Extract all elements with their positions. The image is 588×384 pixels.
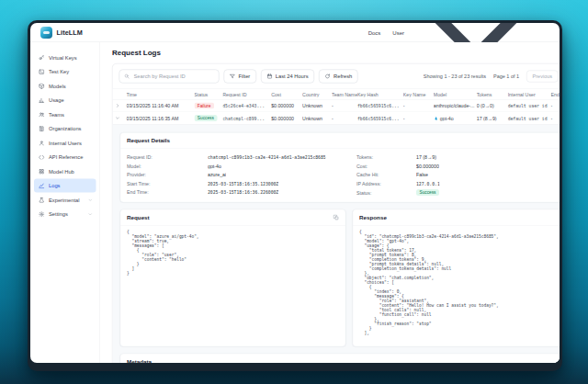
litellm-app: LiteLLM Docs User Virtual Keys <box>30 23 560 363</box>
logs-card: Filter Last 24 Hours Refresh <box>112 63 560 363</box>
teal-backdrop: LiteLLM Docs User Virtual Keys <box>0 0 588 384</box>
time-range-button[interactable]: Last 24 Hours <box>261 70 314 84</box>
sidebar-item-test-key[interactable]: Test Key <box>34 65 96 79</box>
cell-key-name: - <box>403 116 434 121</box>
pagination: Showing 1 - 23 of 23 results Page 1 of 1… <box>424 71 559 83</box>
brand-name: LiteLLM <box>57 28 83 36</box>
users-icon <box>39 111 45 118</box>
copy-icon[interactable] <box>334 214 340 220</box>
sidebar-item-label: Experimental <box>49 198 80 203</box>
cube-icon <box>39 83 45 89</box>
field-label: Status: <box>356 190 416 196</box>
building-icon <box>39 126 45 132</box>
docs-link[interactable]: Docs <box>368 29 381 36</box>
table-row[interactable]: 03/15/2025 11:16:35 AM Success chatcmpl-… <box>113 112 560 125</box>
sidebar-item-teams[interactable]: Teams <box>34 107 96 121</box>
cell-time: 03/15/2025 11:16:40 AM <box>126 103 194 108</box>
cell-key-name: - <box>403 103 434 108</box>
status-badge: Success <box>416 189 439 196</box>
cell-key-hash: fb66c565915c6... <box>357 103 403 108</box>
sidebar-item-label: Models <box>49 84 66 89</box>
sidebar-item-label: Settings <box>49 211 68 217</box>
sidebar-item-logs[interactable]: Logs <box>34 179 96 193</box>
col-key-hash: Key Hash <box>357 92 403 97</box>
sidebar-item-label: Logs <box>49 183 60 188</box>
cell-end-user: - <box>551 103 560 108</box>
chevron-down-icon <box>88 212 93 217</box>
cell-request-id: d5c26ce4-e343... <box>222 103 271 108</box>
field-label: Tokens: <box>356 154 416 160</box>
chevron-right-icon[interactable] <box>115 104 119 108</box>
status-badge: Success <box>194 115 217 121</box>
page-title: Request Logs <box>112 49 560 57</box>
key-icon <box>39 54 45 61</box>
time-range-label: Last 24 Hours <box>276 73 309 79</box>
search-box <box>119 70 220 84</box>
cell-internal-user: default_user_id <box>508 103 551 108</box>
sidebar-item-organizations[interactable]: Organizations <box>34 122 96 136</box>
field-label: End Time: <box>127 189 208 195</box>
refresh-button[interactable]: Refresh <box>319 70 358 84</box>
top-navbar: LiteLLM Docs User <box>30 23 560 42</box>
status-badge: Failure <box>194 102 214 108</box>
table-header: Time Status Request ID Cost Country Team… <box>113 89 560 100</box>
col-time: Time <box>126 92 194 97</box>
sidebar-item-settings[interactable]: Settings <box>34 208 96 221</box>
sidebar: Virtual Keys Test Key Models Usage <box>30 42 100 363</box>
chevron-down-icon <box>88 198 93 202</box>
filter-button-label: Filter <box>239 73 251 79</box>
sidebar-item-label: Model Hub <box>49 169 74 175</box>
cell-team-name: - <box>332 103 357 108</box>
col-cost: Cost <box>271 92 302 97</box>
sidebar-item-label: Organizations <box>49 126 81 131</box>
filter-button[interactable]: Filter <box>224 70 256 84</box>
sidebar-item-label: Virtual Keys <box>49 55 77 61</box>
user-menu-label: User <box>392 29 404 36</box>
page-indicator: Page 1 of 1 <box>493 73 519 79</box>
cell-team-name: - <box>332 116 357 121</box>
sidebar-item-internal-users[interactable]: Internal Users <box>34 136 96 150</box>
gear-icon <box>39 211 45 218</box>
search-input[interactable] <box>133 73 215 80</box>
cell-cost: $0.000000 <box>271 103 302 108</box>
sidebar-item-experimental[interactable]: Experimental <box>34 193 96 207</box>
sidebar-item-label: API Reference <box>49 154 83 160</box>
col-internal-user: Internal User <box>508 92 551 97</box>
azure-provider-icon <box>434 116 438 120</box>
response-panel-title: Response <box>359 214 387 220</box>
terminal-icon <box>39 69 45 75</box>
app-window: LiteLLM Docs User Virtual Keys <box>28 20 562 371</box>
end-time-value: 2025-03-15T18:16:36.226000Z <box>208 189 278 195</box>
response-panel: Response { "id": "chatcmpl-c899c1b3-ca2e… <box>353 209 560 347</box>
search-icon <box>124 73 130 79</box>
request-details-title: Request Details <box>127 138 170 144</box>
field-label: Model: <box>127 164 208 169</box>
cell-request-id: chatcmpl-c899... <box>222 116 271 121</box>
user-icon <box>39 140 45 146</box>
col-team-name: Team Name <box>332 92 357 97</box>
sidebar-item-label: Teams <box>49 112 64 118</box>
chevron-down-icon[interactable] <box>115 116 119 120</box>
tokens-value: 17 (8→9) <box>416 154 436 160</box>
cell-end-user: - <box>551 116 560 121</box>
field-label: Cost: <box>356 164 416 169</box>
previous-page-button[interactable]: Previous <box>526 71 558 83</box>
sidebar-item-usage[interactable]: Usage <box>34 94 96 107</box>
main-content: Request Logs Filter <box>100 42 560 363</box>
refresh-button-label: Refresh <box>334 73 352 79</box>
cell-model: gpt-4o <box>440 116 454 121</box>
metadata-card: Metadata <box>120 354 560 363</box>
brand[interactable]: LiteLLM <box>40 27 83 39</box>
cell-internal-user: default_user_id <box>508 116 551 121</box>
expanded-row-details: Request Details Request ID:chatcmpl-c899… <box>113 125 560 364</box>
code-icon <box>39 154 45 161</box>
cell-country: Unknown <box>302 103 332 108</box>
sidebar-item-api-reference[interactable]: API Reference <box>34 151 96 164</box>
sidebar-item-models[interactable]: Models <box>34 79 96 93</box>
cost-value: $0.000000 <box>416 164 439 169</box>
col-request-id: Request ID <box>222 92 271 97</box>
provider-value: azure_ai <box>208 172 226 177</box>
sidebar-item-virtual-keys[interactable]: Virtual Keys <box>34 51 96 64</box>
sidebar-item-model-hub[interactable]: Model Hub <box>34 164 96 178</box>
table-row[interactable]: 03/15/2025 11:16:40 AM Failure d5c26ce4-… <box>113 100 560 113</box>
